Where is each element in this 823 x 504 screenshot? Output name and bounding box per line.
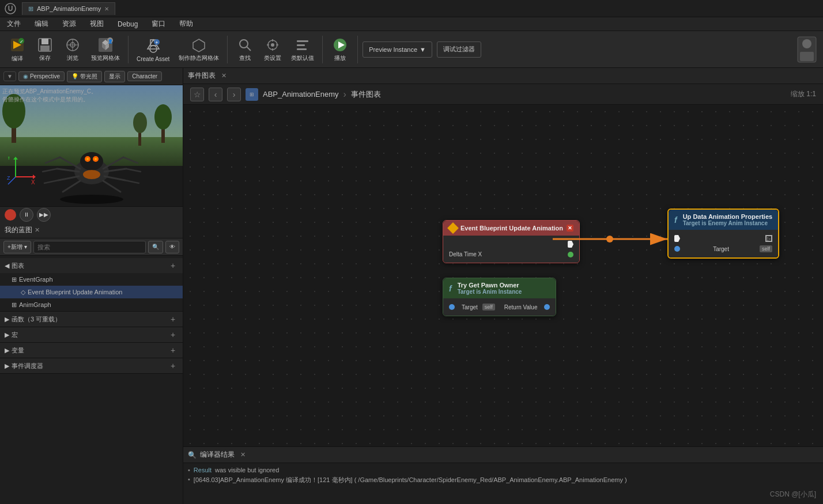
menu-debug[interactable]: Debug — [115, 19, 140, 29]
blueprint-search-input[interactable] — [33, 241, 146, 253]
trygpt-return-pin[interactable] — [544, 304, 550, 310]
play-button[interactable]: 播放 — [327, 35, 353, 65]
lighting-button[interactable]: 💡 带光照 — [67, 71, 102, 82]
make-static-mesh-button[interactable]: 制作静态网格体 — [175, 35, 222, 65]
event-node-close-btn[interactable]: ✕ — [567, 225, 573, 232]
forward-button[interactable]: ▶▶ — [37, 208, 51, 222]
updata-target-pin[interactable] — [674, 246, 680, 252]
svg-point-34 — [802, 39, 811, 48]
breadcrumb-graph-name[interactable]: 事件图表 — [351, 89, 381, 100]
event-dispatchers-section-header[interactable]: ▶ 事件调度器 + — [0, 358, 183, 373]
eye-button[interactable]: 👁 — [165, 241, 179, 253]
graphs-section-header[interactable]: ◀ 图表 + — [0, 258, 183, 273]
bottom-panel-close-icon[interactable]: ✕ — [240, 451, 246, 458]
menu-file[interactable]: 文件 — [5, 18, 23, 30]
variables-section-header[interactable]: ▶ 变量 + — [0, 343, 183, 358]
show-button[interactable]: 显示 — [104, 71, 125, 82]
add-graph-button[interactable]: + — [168, 260, 178, 271]
search-button[interactable]: 🔍 — [148, 241, 163, 253]
graph-header-close-icon[interactable]: ✕ — [221, 72, 226, 79]
play-label: 播放 — [334, 54, 346, 62]
browse-button[interactable]: 浏览 — [60, 35, 85, 65]
event-blueprint-update-animation-node[interactable]: Event Blueprint Update Animation ✕ Delta… — [443, 220, 580, 263]
trygpt-target-row: Target self Return Value — [449, 302, 550, 312]
up-data-animation-properties-node[interactable]: f Up Data Animation Properties Target is… — [667, 209, 779, 259]
menu-window[interactable]: 窗口 — [149, 18, 168, 30]
debug-filter-button[interactable]: 调试过滤器 — [437, 41, 481, 58]
find-icon — [236, 37, 254, 53]
blueprint-panel-close-icon[interactable]: ✕ — [35, 226, 40, 234]
forward-nav-button[interactable]: › — [227, 88, 241, 101]
tab-abp-animation-enemy[interactable]: ⊞ ABP_AnimationEnemy ✕ — [22, 2, 115, 15]
log-row-0: • Result was visible but ignored — [188, 465, 818, 475]
breadcrumb-blueprint-name[interactable]: ABP_AnimationEnemy — [263, 90, 339, 98]
updata-node-subtitle: Target is Enemy Anim Instance — [683, 220, 772, 226]
viewport-toggle-button[interactable]: ▼ — [3, 71, 16, 81]
graphs-expand-icon: ◀ — [5, 262, 9, 270]
perspective-button[interactable]: ◉ Perspective — [18, 71, 65, 81]
find-button[interactable]: 查找 — [232, 35, 258, 65]
graph-nav: ☆ ‹ › ⊞ ABP_AnimationEnemy › 事件图表 缩放 1:1 — [183, 84, 823, 105]
anim-graph-item[interactable]: ⊞ AnimGraph — [0, 298, 183, 311]
blueprint-panel-header: 我的蓝图 ✕ — [0, 222, 183, 238]
add-macro-button[interactable]: + — [168, 329, 178, 340]
viewport-info-text: 正在预览ABP_AnimationEnemy_C。 骨骼操作在这个模式中是禁用的… — [2, 88, 97, 104]
class-defaults-button[interactable]: 类默认值 — [288, 35, 318, 65]
event-graph-icon: ⊞ — [12, 276, 17, 283]
updata-exec-in-pin[interactable] — [674, 235, 680, 242]
updata-exec-out-pin[interactable]: ▷ — [765, 235, 772, 242]
menu-assets[interactable]: 资源 — [60, 18, 78, 30]
trygpt-target-pin[interactable] — [449, 304, 455, 310]
preview-instance-button[interactable]: Preview Instance ▼ — [363, 41, 432, 58]
graphs-label: 图表 — [12, 262, 24, 270]
menu-help[interactable]: 帮助 — [177, 18, 195, 30]
add-function-button[interactable]: + — [168, 314, 178, 324]
variables-label: 变量 — [12, 346, 24, 355]
trygpt-title-block: Try Get Pawn Owner Target is Anim Instan… — [458, 282, 522, 295]
bookmark-button[interactable]: ☆ — [190, 88, 204, 101]
preview-mesh-button[interactable]: 👤 预览网格体 — [88, 35, 123, 65]
tab-close-icon[interactable]: ✕ — [104, 6, 109, 12]
new-add-button[interactable]: +新增 ▾ — [3, 241, 31, 253]
make-static-mesh-label: 制作静态网格体 — [179, 54, 219, 62]
event-blueprint-item[interactable]: ◇ Event Blueprint Update Animation — [0, 286, 183, 298]
compile-label: 编译 — [12, 55, 23, 63]
add-variable-button[interactable]: + — [168, 345, 178, 355]
log-link-0[interactable]: Result — [194, 467, 212, 473]
pause-icon: ⏸ — [24, 211, 29, 218]
svg-line-52 — [46, 157, 60, 163]
create-asset-button[interactable]: + Create Asset — [133, 35, 173, 65]
back-button[interactable]: ‹ — [209, 88, 222, 101]
functions-section-header[interactable]: ▶ 函数（3 可重载） + — [0, 312, 183, 327]
save-button[interactable]: 保存 — [32, 35, 58, 65]
pause-button[interactable]: ⏸ — [20, 208, 33, 222]
class-defaults-label: 类默认值 — [291, 54, 314, 62]
debug-filter-label: 调试过滤器 — [443, 45, 475, 54]
bookmark-icon: ☆ — [194, 90, 201, 99]
svg-rect-7 — [40, 46, 50, 51]
event-graph-item[interactable]: ⊞ EventGraph — [0, 273, 183, 286]
class-defaults-icon — [293, 37, 312, 53]
record-button[interactable] — [5, 209, 16, 221]
browse-icon — [63, 37, 82, 53]
event-exec-out-pin[interactable] — [568, 241, 573, 248]
character-button[interactable]: Character — [127, 71, 162, 81]
compile-button[interactable]: ✓ 编译 — [5, 35, 30, 65]
class-settings-button[interactable]: 类设置 — [260, 35, 285, 65]
svg-text:X: X — [31, 179, 35, 185]
menu-view[interactable]: 视图 — [88, 18, 106, 30]
event-delta-time-label: Delta Time X — [449, 251, 482, 257]
save-icon — [36, 37, 54, 53]
main-layout: ▼ ◉ Perspective 💡 带光照 显示 Character 正在预览A… — [0, 68, 823, 504]
macros-section-header[interactable]: ▶ 宏 + — [0, 327, 183, 342]
try-get-pawn-owner-node[interactable]: f Try Get Pawn Owner Target is Anim Inst… — [443, 278, 556, 316]
log-text-1: [0648.03]ABP_AnimationEnemy 编译成功！[121 毫秒… — [194, 476, 627, 484]
menu-edit[interactable]: 编辑 — [32, 18, 51, 30]
event-delta-time-pin[interactable] — [568, 252, 573, 257]
toolbar-sep-4 — [357, 36, 358, 63]
blueprint-panel-title: 我的蓝图 — [5, 225, 32, 235]
graph-canvas[interactable]: Event Blueprint Update Animation ✕ Delta… — [183, 105, 823, 504]
add-dispatcher-button[interactable]: + — [168, 361, 178, 371]
create-asset-label: Create Asset — [137, 56, 169, 62]
updata-target-label: Target — [713, 246, 729, 252]
